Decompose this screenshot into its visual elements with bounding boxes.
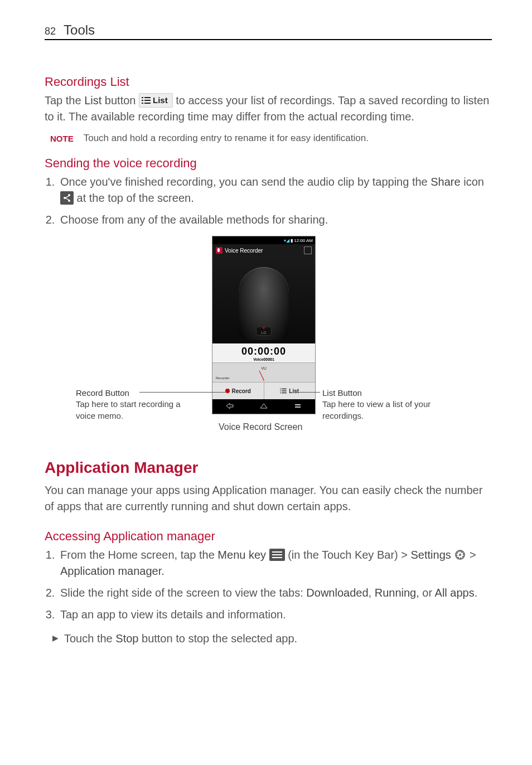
step-1: Once you've finished recording, you can …	[58, 174, 492, 206]
menu-key-icon	[269, 549, 285, 561]
status-bar: ▾◢ ▮ 12:00 AM	[212, 236, 315, 244]
svg-rect-4	[142, 103, 143, 104]
note-label: NOTE	[50, 133, 74, 143]
home-icon[interactable]	[259, 403, 268, 410]
svg-rect-2	[142, 100, 143, 101]
svg-rect-14	[282, 393, 287, 393]
voice-recorder-figure: ▾◢ ▮ 12:00 AM Voice Recorder LG 00:00:00	[45, 236, 492, 442]
save-icon[interactable]	[304, 246, 312, 254]
figure-caption: Voice Record Screen	[219, 422, 302, 432]
section-sending-title: Sending the voice recording	[45, 156, 492, 171]
microphone-graphic: LG	[212, 256, 315, 343]
svg-rect-0	[142, 97, 143, 98]
nav-bar	[212, 399, 315, 414]
recorder-app-icon	[216, 247, 223, 254]
record-button[interactable]: Record	[212, 382, 264, 399]
list-word: List	[84, 94, 101, 106]
sending-steps: Once you've finished recording, you can …	[45, 174, 492, 228]
recent-icon[interactable]	[293, 403, 302, 410]
svg-rect-19	[272, 557, 282, 558]
timer-area: 00:00:00 Voice00001	[212, 343, 315, 362]
settings-gear-icon	[454, 549, 466, 561]
svg-rect-5	[144, 103, 151, 104]
recordings-list-paragraph: Tap the List button List to access your …	[45, 93, 492, 125]
svg-point-21	[459, 554, 461, 556]
timer-filename: Voice00001	[212, 357, 315, 361]
access-step-2: Slide the right side of the screen to vi…	[58, 585, 492, 601]
bullet-arrow-icon: ▶	[52, 631, 59, 647]
page-number: 82	[45, 26, 56, 37]
share-word: Share	[431, 176, 460, 188]
svg-rect-9	[280, 389, 281, 389]
step-2: Choose from any of the available methods…	[58, 212, 492, 228]
accessing-app-manager-title: Accessing Application manager	[45, 529, 492, 544]
battery-icon: ▮	[291, 238, 293, 243]
app-title: Voice Recorder	[225, 248, 263, 254]
access-step-1: From the Home screen, tap the Menu key (…	[58, 547, 492, 579]
signal-icon: ▾◢	[284, 238, 289, 243]
svg-rect-11	[280, 390, 281, 391]
recording-dot-icon	[263, 327, 265, 329]
page-header: 82 Tools	[45, 22, 492, 40]
note: NOTE Touch and hold a recording entry to…	[50, 133, 492, 144]
application-manager-heading: Application Manager	[45, 459, 492, 477]
svg-rect-17	[272, 551, 282, 553]
back-icon[interactable]	[225, 403, 234, 410]
svg-rect-3	[144, 100, 151, 101]
list-button[interactable]: List	[264, 382, 316, 399]
access-step-3: Tap an app to view its details and infor…	[58, 607, 492, 623]
record-button-callout: Record Button Tap here to start recordin…	[76, 388, 199, 422]
section-recordings-list-title: Recordings List	[45, 75, 492, 89]
share-icon	[60, 191, 74, 205]
mic-brand: LG	[261, 331, 266, 335]
phone-screenshot: ▾◢ ▮ 12:00 AM Voice Recorder LG 00:00:00	[212, 236, 316, 414]
svg-rect-15	[295, 404, 301, 405]
svg-rect-1	[144, 97, 151, 98]
svg-rect-10	[282, 389, 287, 389]
stop-app-bullet: ▶ Touch the Stop button to stop the sele…	[52, 631, 492, 647]
app-bar: Voice Recorder	[212, 244, 315, 256]
vu-meter: VU Recorder	[212, 362, 315, 382]
header-title: Tools	[64, 22, 95, 40]
svg-rect-12	[282, 390, 287, 391]
svg-rect-18	[272, 554, 282, 555]
accessing-steps: From the Home screen, tap the Menu key (…	[45, 547, 492, 623]
list-button-icon: List	[139, 93, 173, 108]
svg-rect-13	[280, 393, 281, 393]
app-manager-intro: You can manage your apps using Applicati…	[45, 482, 492, 515]
status-time: 12:00 AM	[294, 238, 313, 243]
note-text: Touch and hold a recording entry to rena…	[84, 133, 369, 144]
list-button-callout: List Button Tap here to view a list of y…	[322, 388, 445, 422]
timer: 00:00:00	[212, 346, 315, 357]
svg-rect-16	[295, 406, 301, 408]
